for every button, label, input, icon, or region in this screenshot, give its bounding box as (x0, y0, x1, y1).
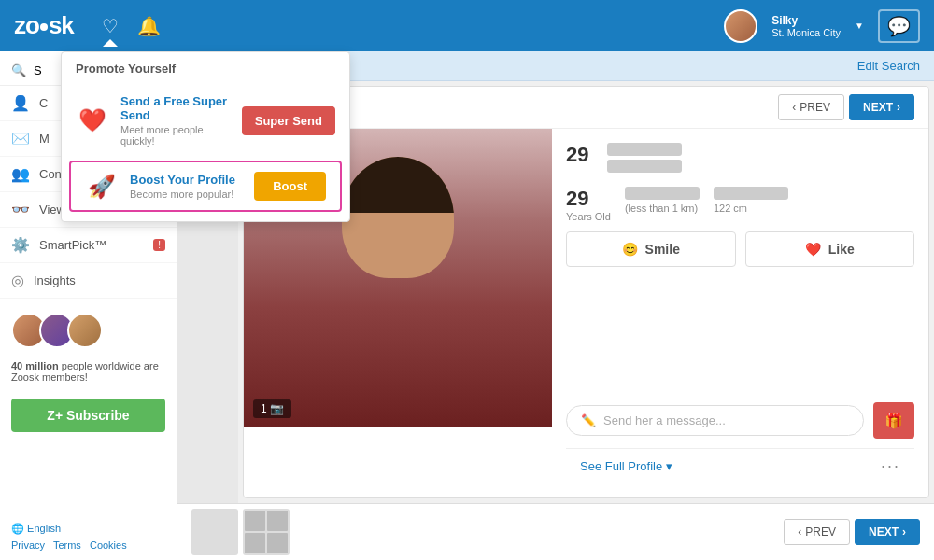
chevron-right-icon: › (897, 101, 900, 114)
user-location: St. Monica City (771, 27, 841, 38)
message-input[interactable]: ✏️ Send her a message... (566, 405, 864, 436)
profile-info: 29 29 Years Old (552, 129, 928, 497)
super-send-button[interactable]: Super Send (242, 106, 335, 135)
age-value: 29 (566, 143, 588, 167)
sidebar-item-insights-label: Insights (34, 273, 76, 287)
bottom-thumb-1[interactable] (191, 509, 238, 555)
gift-icon: 🎁 (884, 413, 903, 428)
user-name: Silky (771, 14, 841, 27)
photo-count: 1 (261, 402, 267, 415)
chevron-left-icon: ‹ (792, 101, 796, 114)
smile-button[interactable]: 😊 Smile (566, 231, 736, 267)
blurred-location (607, 160, 682, 173)
heart-icon: ❤️ (805, 242, 821, 257)
profile-footer: See Full Profile ▾ ··· (566, 448, 914, 483)
more-options-button[interactable]: ··· (881, 456, 900, 476)
blurred-name3 (714, 187, 788, 200)
language-selector[interactable]: 🌐 English (11, 523, 165, 535)
footer-links: Privacy Terms Cookies (11, 539, 165, 551)
like-button[interactable]: ❤️ Like (745, 231, 915, 267)
terms-link[interactable]: Terms (53, 539, 81, 551)
next-button[interactable]: NEXT › (849, 94, 914, 120)
super-send-subtitle: Meet more people quickly! (120, 124, 231, 147)
bottom-nav-left (191, 509, 290, 555)
boost-subtitle: Become more popular! (130, 189, 243, 200)
bottom-prev-label: PREV (805, 525, 836, 539)
user-info: Silky St. Monica City (771, 14, 841, 38)
user-avatar[interactable] (724, 9, 757, 43)
header-right: Silky St. Monica City ▼ 💬 (724, 9, 920, 43)
header-icons: ♡ 🔔 (102, 15, 724, 37)
search-label: S (34, 63, 42, 77)
sidebar-item-c-label: C (39, 96, 48, 110)
distance-detail: (less than 1 km) (625, 187, 700, 222)
prev-button[interactable]: ‹ PREV (778, 94, 844, 120)
privacy-link[interactable]: Privacy (11, 539, 45, 551)
height-detail: 122 cm (714, 187, 788, 222)
search-icon: 🔍 (11, 63, 26, 77)
sidebar-avatars (0, 299, 177, 353)
prev-label: PREV (800, 101, 830, 114)
messages-icon[interactable]: 💬 (878, 9, 920, 43)
chevron-left-icon-2: ‹ (798, 525, 801, 539)
age-stat: 29 (566, 143, 588, 173)
sidebar-item-m-label: M (39, 132, 50, 146)
avatar-3 (67, 313, 103, 348)
edit-search-link[interactable]: Edit Search (857, 59, 920, 73)
bottom-thumb-grid[interactable] (243, 509, 290, 555)
message-icon: ✉️ (11, 130, 30, 147)
bottom-prev-button[interactable]: ‹ PREV (784, 519, 850, 545)
action-buttons: 😊 Smile ❤️ Like (566, 231, 914, 267)
bottom-next-label: NEXT (869, 525, 899, 539)
boost-button[interactable]: Boost (254, 172, 326, 201)
message-area: ✏️ Send her a message... 🎁 (566, 402, 914, 439)
smile-icon: 😊 (622, 242, 638, 257)
super-send-item: ❤️ Send a Free Super Send Meet more peop… (62, 85, 349, 156)
height-value: 122 cm (714, 203, 788, 214)
dropdown-title: Promote Yourself (62, 62, 349, 85)
age-detail: 29 Years Old (566, 187, 611, 222)
sidebar-item-smartpick[interactable]: ⚙️ SmartPick™ ! (0, 228, 177, 263)
heart-icon[interactable]: ♡ (102, 15, 119, 37)
message-placeholder: Send her a message... (603, 413, 726, 427)
logo[interactable]: zosk (14, 11, 74, 40)
chevron-down-icon[interactable]: ▼ (855, 21, 864, 31)
bottom-nav: ‹ PREV NEXT › (177, 503, 934, 560)
photo-counter: 1 📷 (253, 399, 291, 418)
boost-text: Boost Your Profile Become more popular! (130, 173, 243, 200)
gift-button[interactable]: 🎁 (873, 402, 914, 439)
smile-label: Smile (645, 242, 680, 257)
camera-icon: 📷 (270, 402, 284, 415)
insights-icon: ◎ (11, 272, 24, 289)
profile-details: 29 Years Old (less than 1 km) 122 cm (566, 187, 914, 222)
connections-icon: 👥 (11, 165, 30, 183)
boost-title: Boost Your Profile (130, 173, 243, 187)
blurred-name (607, 143, 682, 156)
cookies-link[interactable]: Cookies (90, 539, 127, 551)
bell-icon[interactable]: 🔔 (137, 15, 161, 37)
promo-number: 40 million (11, 360, 59, 371)
profile-name-blurred (607, 143, 682, 156)
heart-icon: ❤️ (76, 107, 109, 133)
like-label: Like (828, 242, 855, 257)
super-send-text: Send a Free Super Send Meet more people … (120, 94, 231, 147)
next-label: NEXT (863, 101, 893, 114)
sidebar-item-smartpick-label: SmartPick™ (39, 238, 106, 252)
rocket-icon: 🚀 (85, 174, 119, 200)
header: zosk ♡ 🔔 Silky St. Monica City ▼ 💬 (0, 0, 934, 51)
boost-item: 🚀 Boost Your Profile Become more popular… (69, 161, 342, 212)
profile-location-blurred (607, 160, 682, 173)
profile-stats: 29 (566, 143, 914, 173)
bottom-next-button[interactable]: NEXT › (855, 519, 920, 545)
promote-dropdown: Promote Yourself ❤️ Send a Free Super Se… (61, 51, 350, 222)
views-icon: 👓 (11, 201, 30, 218)
subscribe-button[interactable]: Z+ Subscribe (11, 399, 165, 432)
sidebar-promo: 40 million people worldwide are Zoosk me… (0, 353, 177, 394)
years-old-label: Years Old (566, 211, 611, 222)
smartpick-badge: ! (153, 239, 165, 251)
chevron-right-icon-2: › (902, 525, 906, 539)
smartpick-icon: ⚙️ (11, 236, 30, 254)
super-send-title: Send a Free Super Send (120, 94, 231, 122)
sidebar-item-insights[interactable]: ◎ Insights (0, 263, 177, 299)
see-full-profile-link[interactable]: See Full Profile ▾ (580, 459, 672, 473)
